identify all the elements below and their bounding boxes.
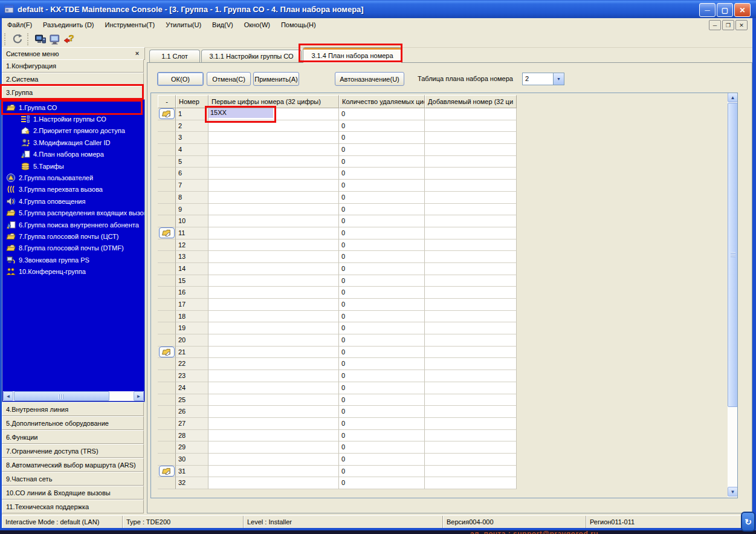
added-number-cell[interactable] xyxy=(425,156,517,168)
delete-digits-cell[interactable]: 0 xyxy=(339,334,425,347)
added-number-cell[interactable] xyxy=(425,441,517,454)
first-digits-cell[interactable] xyxy=(208,251,339,263)
first-digits-cell[interactable] xyxy=(208,394,339,406)
sidebar-close-icon[interactable]: × xyxy=(132,50,142,58)
tree-item[interactable]: 10.Конференц-группа xyxy=(2,265,145,277)
delete-digits-cell[interactable]: 0 xyxy=(339,406,425,418)
vertical-scrollbar[interactable]: ▲ ▼ xyxy=(728,93,738,497)
first-digits-cell[interactable] xyxy=(208,370,339,382)
tree-item[interactable]: 4.Группа оповещения xyxy=(2,195,145,207)
added-number-cell[interactable] xyxy=(425,477,517,489)
first-digits-cell[interactable] xyxy=(208,382,339,394)
sidebar-section-system[interactable]: 2.Система xyxy=(2,73,144,86)
delete-digits-cell[interactable]: 0 xyxy=(339,263,425,275)
added-number-cell[interactable] xyxy=(425,120,517,132)
added-number-cell[interactable] xyxy=(425,108,517,120)
tree-item[interactable]: 3.Группа перехвата вызова xyxy=(2,184,145,195)
menu-item-1[interactable]: Файл(F) xyxy=(2,19,37,30)
first-digits-cell[interactable] xyxy=(208,334,339,347)
first-digits-cell[interactable] xyxy=(208,132,339,144)
sidebar-section-configuration[interactable]: 1.Конфигурация xyxy=(2,59,144,73)
added-number-cell[interactable] xyxy=(425,311,517,323)
tab-dial-plan[interactable]: 3.1.4 План набора номера xyxy=(303,47,402,63)
added-number-cell[interactable] xyxy=(425,406,517,418)
added-number-cell[interactable] xyxy=(425,466,517,478)
tree-item[interactable]: 2.Приоритет прямого доступа xyxy=(2,125,145,137)
sidebar-section-bottom-2[interactable]: 5.Дополнительное оборудование xyxy=(2,416,144,430)
first-digits-cell[interactable] xyxy=(208,311,339,323)
tree-scrollbar-thumb[interactable] xyxy=(14,391,109,401)
delete-digits-cell[interactable]: 0 xyxy=(339,132,425,144)
mdi-minimize-button[interactable]: ─ xyxy=(709,20,721,30)
delete-digits-cell[interactable]: 0 xyxy=(339,430,425,442)
row-block-hand-button[interactable] xyxy=(159,466,175,477)
first-digits-cell[interactable] xyxy=(208,168,339,180)
first-digits-cell[interactable] xyxy=(208,204,339,216)
menu-item-6[interactable]: Окно(W) xyxy=(239,19,276,30)
mdi-close-button[interactable]: ✕ xyxy=(735,20,748,30)
sidebar-section-bottom-4[interactable]: 7.Ограничение доступа (TRS) xyxy=(2,444,144,458)
added-number-cell[interactable] xyxy=(425,204,517,216)
apply-button[interactable]: Применить(A) xyxy=(253,72,299,86)
tree-item[interactable]: 1.Группа СО xyxy=(2,102,145,113)
first-digits-cell[interactable] xyxy=(208,144,339,156)
first-digits-cell[interactable] xyxy=(208,263,339,275)
scroll-left-arrow-icon[interactable]: ◄ xyxy=(3,391,13,401)
delete-digits-cell[interactable]: 0 xyxy=(339,441,425,454)
added-number-cell[interactable] xyxy=(425,370,517,382)
chevron-down-icon[interactable]: ▼ xyxy=(553,73,564,85)
delete-digits-cell[interactable]: 0 xyxy=(339,382,425,394)
tab-co-group-settings[interactable]: 3.1.1 Настройки группы СО xyxy=(201,50,302,62)
delete-digits-cell[interactable]: 0 xyxy=(339,180,425,192)
delete-digits-cell[interactable]: 0 xyxy=(339,227,425,239)
first-digits-cell[interactable] xyxy=(208,287,339,299)
added-number-cell[interactable] xyxy=(425,334,517,347)
tree-item[interactable]: 7.Группа голосовой почты (ЦСТ) xyxy=(2,230,145,242)
first-digits-cell[interactable] xyxy=(208,227,339,239)
first-digits-cell[interactable] xyxy=(208,406,339,418)
first-digits-cell[interactable] xyxy=(208,454,339,466)
tree-item[interactable]: 1.Настройки группы СО xyxy=(2,113,145,125)
close-button[interactable]: ✕ xyxy=(734,3,751,17)
added-number-cell[interactable] xyxy=(425,358,517,370)
menu-item-7[interactable]: Помощь(Н) xyxy=(276,19,321,30)
menu-item-2[interactable]: Разъединить (D) xyxy=(37,19,99,30)
tab-slot[interactable]: 1.1 Слот xyxy=(149,50,200,62)
delete-digits-cell[interactable]: 0 xyxy=(339,144,425,156)
delete-digits-cell[interactable]: 0 xyxy=(339,192,425,204)
delete-digits-cell[interactable]: 0 xyxy=(339,156,425,168)
batch-mode-icon[interactable] xyxy=(33,33,48,46)
row-block-hand-button[interactable] xyxy=(159,108,175,119)
delete-digits-cell[interactable]: 0 xyxy=(339,358,425,370)
added-number-cell[interactable] xyxy=(425,418,517,430)
reconnect-icon[interactable] xyxy=(10,33,25,46)
added-number-cell[interactable] xyxy=(425,394,517,406)
menu-item-5[interactable]: Вид(V) xyxy=(207,19,239,30)
first-digits-cell[interactable] xyxy=(208,299,339,311)
added-number-cell[interactable] xyxy=(425,132,517,144)
first-digits-cell[interactable] xyxy=(208,275,339,287)
first-digits-cell[interactable] xyxy=(208,239,339,252)
first-digits-cell[interactable] xyxy=(208,322,339,334)
scroll-down-arrow-icon[interactable]: ▼ xyxy=(728,487,738,497)
tree-item[interactable]: 4.План набора номера xyxy=(2,149,145,160)
delete-digits-cell[interactable]: 0 xyxy=(339,466,425,478)
delete-digits-cell[interactable]: 0 xyxy=(339,204,425,216)
first-digits-cell[interactable] xyxy=(208,120,339,132)
added-number-cell[interactable] xyxy=(425,299,517,311)
added-number-cell[interactable] xyxy=(425,382,517,394)
added-number-cell[interactable] xyxy=(425,275,517,287)
first-digits-cell[interactable] xyxy=(208,466,339,478)
delete-digits-cell[interactable]: 0 xyxy=(339,454,425,466)
added-number-cell[interactable] xyxy=(425,168,517,180)
added-number-cell[interactable] xyxy=(425,180,517,192)
delete-digits-cell[interactable]: 0 xyxy=(339,168,425,180)
sidebar-section-group[interactable]: 3.Группа xyxy=(2,86,144,99)
sidebar-section-bottom-8[interactable]: 11.Техническая поддержка xyxy=(2,500,144,513)
added-number-cell[interactable] xyxy=(425,322,517,334)
first-digits-cell[interactable] xyxy=(208,347,339,359)
added-number-cell[interactable] xyxy=(425,215,517,227)
row-block-hand-button[interactable] xyxy=(159,227,175,238)
delete-digits-cell[interactable]: 0 xyxy=(339,120,425,132)
first-digits-cell[interactable] xyxy=(208,192,339,204)
